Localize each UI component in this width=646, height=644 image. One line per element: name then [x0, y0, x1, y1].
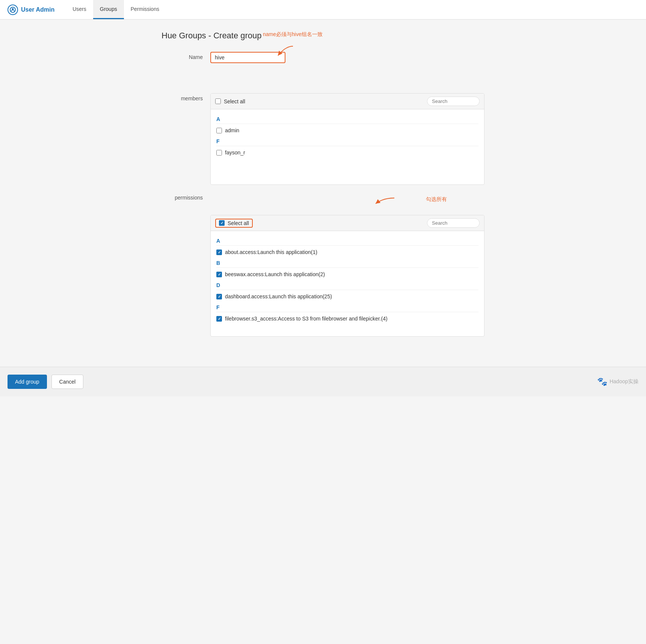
nav-tab-groups[interactable]: Groups [93, 0, 124, 19]
perm-group-F: F [216, 301, 478, 312]
perm-item-about: about.access:Launch this application(1) [216, 247, 478, 257]
page-title: Hue Groups - Create group [162, 31, 484, 41]
perm-item-dashboard: dashboard.access:Launch this application… [216, 292, 478, 301]
members-select-all-area: Select all [215, 98, 245, 104]
perm-checkbox-beeswax[interactable] [216, 272, 222, 277]
members-item-fayson: fayson_r [216, 148, 478, 157]
brand-icon [8, 5, 18, 15]
permissions-content: 勾选所有 [210, 192, 484, 337]
members-list: A admin F fayson_r [211, 109, 484, 184]
permissions-header: Select all [211, 215, 484, 231]
members-label-admin[interactable]: admin [225, 127, 239, 133]
cancel-button[interactable]: Cancel [51, 375, 84, 389]
perm-item-filebrowser: filebrowser.s3_access:Access to S3 from … [216, 314, 478, 324]
name-annotation-text: name必须与hive组名一致 [263, 31, 323, 37]
nav-tab-permissions[interactable]: Permissions [124, 0, 166, 19]
permissions-select-all-box: Select all [215, 219, 253, 228]
name-content: name必须与hive组名一致 [210, 52, 484, 63]
main-content: Hue Groups - Create group Name name必须与hi… [154, 20, 492, 352]
permissions-row: permissions 勾选所有 [162, 192, 484, 337]
name-annotation-arrow [274, 44, 297, 60]
brand: User Admin [8, 5, 54, 15]
members-section: Select all A admin F fayson_r [210, 93, 484, 185]
perm-label-about[interactable]: about.access:Launch this application(1) [225, 249, 317, 255]
nav-tabs: Users Groups Permissions [66, 0, 166, 19]
members-label-fayson[interactable]: fayson_r [225, 150, 245, 156]
members-group-F: F [216, 135, 478, 146]
svg-point-1 [12, 8, 14, 10]
perm-checkbox-about[interactable] [216, 249, 222, 255]
members-search-input[interactable] [427, 97, 480, 106]
members-select-all-label: Select all [224, 98, 245, 104]
perm-annotation-outer: 勾选所有 [210, 192, 484, 215]
members-row: members Select all A admin F [162, 93, 484, 185]
perm-item-beeswax: beeswax.access:Launch this application(2… [216, 269, 478, 279]
members-header: Select all [211, 94, 484, 109]
permissions-search-input[interactable] [427, 218, 480, 228]
name-label: Name [162, 52, 210, 60]
watermark: 🐾 Hadoop实操 [597, 377, 638, 387]
permissions-select-all-label: Select all [228, 220, 249, 226]
perm-checkbox-dashboard[interactable] [216, 294, 222, 299]
members-label: members [162, 93, 210, 101]
perm-group-B: B [216, 257, 478, 268]
top-nav: User Admin Users Groups Permissions [0, 0, 646, 20]
members-checkbox-fayson[interactable] [216, 150, 222, 156]
permissions-select-all-area: Select all [215, 219, 253, 228]
watermark-text: Hadoop实操 [610, 378, 638, 385]
perm-annotation-text: 勾选所有 [426, 196, 447, 203]
perm-label-filebrowser[interactable]: filebrowser.s3_access:Access to S3 from … [225, 316, 388, 322]
page-footer: Add group Cancel 🐾 Hadoop实操 [0, 367, 646, 396]
perm-checkbox-filebrowser[interactable] [216, 316, 222, 322]
perm-label-dashboard[interactable]: dashboard.access:Launch this application… [225, 293, 332, 299]
permissions-label: permissions [162, 192, 210, 201]
add-group-button[interactable]: Add group [8, 375, 47, 389]
name-row: Name name必须与hive组名一致 [162, 52, 484, 63]
nav-tab-users[interactable]: Users [66, 0, 93, 19]
permissions-select-all-checkbox-checked[interactable] [219, 220, 225, 226]
permissions-list: A about.access:Launch this application(1… [211, 231, 484, 336]
footer-buttons: Add group Cancel [8, 375, 83, 389]
perm-group-A: A [216, 235, 478, 246]
perm-label-beeswax[interactable]: beeswax.access:Launch this application(2… [225, 271, 325, 277]
permissions-section: Select all A about.access:Launch this ap… [210, 215, 484, 337]
members-content: Select all A admin F fayson_r [210, 93, 484, 185]
members-select-all-checkbox[interactable] [215, 98, 221, 104]
members-checkbox-admin[interactable] [216, 128, 222, 133]
brand-label: User Admin [21, 6, 54, 13]
members-group-A: A [216, 113, 478, 124]
name-annotation-block: name必须与hive组名一致 [263, 31, 323, 38]
perm-annotation-arrow [368, 194, 398, 210]
members-item-admin: admin [216, 125, 478, 135]
perm-group-D: D [216, 279, 478, 290]
